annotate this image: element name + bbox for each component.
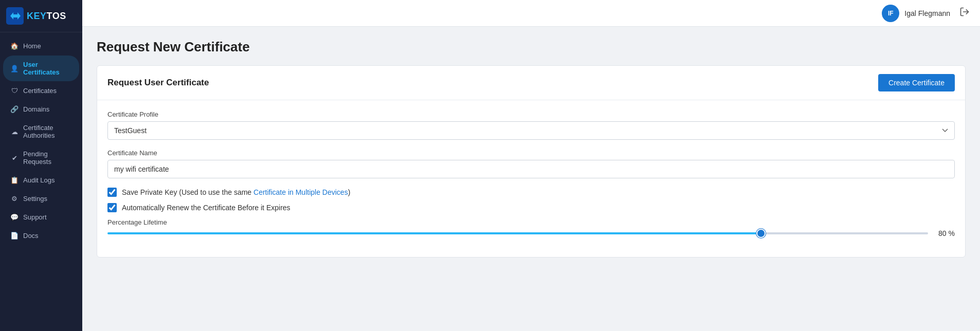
- shield-icon: 🛡: [10, 87, 19, 95]
- sidebar-item-docs[interactable]: 📄 Docs: [3, 227, 79, 245]
- card-title: Request User Certificate: [107, 78, 209, 88]
- certificate-name-group: Certificate Name: [107, 149, 955, 178]
- sidebar-item-support[interactable]: 💬 Support: [3, 208, 79, 226]
- percentage-lifetime-group: Percentage Lifetime 80 %: [107, 218, 955, 237]
- sidebar-item-label: Certificates: [23, 87, 57, 95]
- sidebar-nav: 🏠 Home 👤 User Certificates 🛡 Certificate…: [0, 32, 82, 331]
- sidebar-item-audit-logs[interactable]: 📋 Audit Logs: [3, 171, 79, 189]
- sidebar-item-pending-requests[interactable]: ✔ Pending Requests: [3, 145, 79, 171]
- slider-value-display: 80 %: [935, 229, 955, 237]
- certificate-profile-label: Certificate Profile: [107, 111, 955, 118]
- page-body: Request New Certificate Request User Cer…: [82, 27, 980, 331]
- card-header: Request User Certificate Create Certific…: [97, 66, 965, 100]
- sidebar-item-label: Settings: [23, 195, 47, 203]
- user-name: Igal Flegmann: [904, 9, 950, 17]
- sidebar-item-label: Certificate Authorities: [23, 124, 72, 139]
- main-content: IF Igal Flegmann Request New Certificate…: [82, 0, 980, 331]
- audit-icon: 📋: [10, 176, 19, 184]
- save-private-key-label: Save Private Key (Used to use the same C…: [122, 188, 350, 196]
- create-certificate-button[interactable]: Create Certificate: [878, 74, 955, 91]
- sidebar-item-label: Home: [23, 42, 41, 50]
- top-bar: IF Igal Flegmann: [82, 0, 980, 27]
- home-icon: 🏠: [10, 42, 19, 50]
- auto-renew-label: Automatically Renew the Certificate Befo…: [122, 204, 291, 212]
- card-body: Certificate Profile TestGuest Certificat…: [97, 100, 965, 257]
- percentage-lifetime-label: Percentage Lifetime: [107, 218, 955, 226]
- auto-renew-checkbox[interactable]: [107, 203, 117, 212]
- certificate-profile-select[interactable]: TestGuest: [107, 121, 955, 140]
- slider-row: 80 %: [107, 229, 955, 237]
- certificate-name-label: Certificate Name: [107, 149, 955, 157]
- sidebar-item-label: Audit Logs: [23, 176, 55, 184]
- user-section: IF Igal Flegmann: [882, 5, 970, 22]
- certificate-profile-group: Certificate Profile TestGuest: [107, 111, 955, 140]
- page-title: Request New Certificate: [97, 39, 966, 55]
- sidebar-item-label: Domains: [23, 105, 49, 113]
- logo-icon: [6, 7, 24, 25]
- sidebar-item-label: Pending Requests: [23, 150, 72, 166]
- auto-renew-row: Automatically Renew the Certificate Befo…: [107, 203, 955, 212]
- sidebar-item-certificates[interactable]: 🛡 Certificates: [3, 82, 79, 100]
- sidebar-item-label: Support: [23, 213, 47, 221]
- sidebar-item-settings[interactable]: ⚙ Settings: [3, 190, 79, 208]
- gear-icon: ⚙: [10, 195, 19, 203]
- save-private-key-row: Save Private Key (Used to use the same C…: [107, 188, 955, 197]
- check-icon: ✔: [10, 154, 19, 162]
- sidebar-item-user-certificates[interactable]: 👤 User Certificates: [3, 56, 79, 81]
- sidebar-item-domains[interactable]: 🔗 Domains: [3, 100, 79, 118]
- request-certificate-card: Request User Certificate Create Certific…: [97, 65, 966, 258]
- logo-text: KEYTOS: [27, 11, 66, 22]
- sidebar: KEYTOS 🏠 Home 👤 User Certificates 🛡 Cert…: [0, 0, 82, 331]
- sidebar-item-label: Docs: [23, 232, 39, 240]
- sidebar-item-home[interactable]: 🏠 Home: [3, 37, 79, 55]
- cloud-icon: ☁: [10, 128, 19, 136]
- user-icon: 👤: [10, 65, 19, 72]
- sidebar-item-label: User Certificates: [23, 61, 72, 76]
- support-icon: 💬: [10, 213, 19, 221]
- percentage-lifetime-slider[interactable]: [107, 232, 928, 234]
- save-private-key-checkbox[interactable]: [107, 188, 117, 197]
- domains-icon: 🔗: [10, 105, 19, 113]
- avatar: IF: [882, 5, 899, 22]
- logo: KEYTOS: [0, 0, 82, 32]
- logout-icon[interactable]: [959, 7, 970, 20]
- docs-icon: 📄: [10, 232, 19, 240]
- sidebar-item-certificate-authorities[interactable]: ☁ Certificate Authorities: [3, 119, 79, 144]
- certificate-name-input[interactable]: [107, 160, 955, 178]
